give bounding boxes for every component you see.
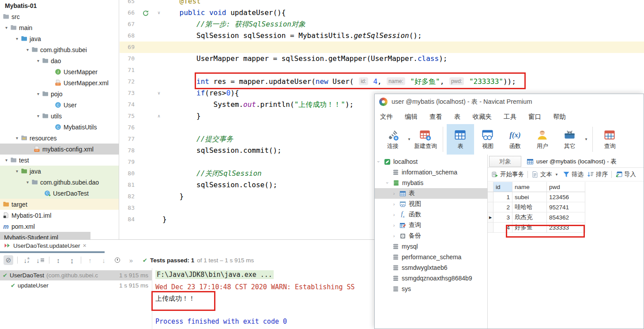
table-cell[interactable]: 哇哈哈 bbox=[512, 202, 547, 212]
project-tree-item[interactable]: ▾java bbox=[0, 33, 119, 44]
menu-item[interactable]: 工具 bbox=[504, 113, 523, 121]
project-tree-item[interactable]: ▾test bbox=[0, 155, 119, 166]
tab-user-table[interactable]: user @mybatis (localhost) - 表 bbox=[521, 155, 622, 167]
menu-item[interactable]: 收藏夹 bbox=[473, 113, 498, 121]
project-tree-item[interactable]: CUser bbox=[0, 99, 119, 110]
project-tree-item[interactable]: ▾com.github.subei.dao bbox=[0, 177, 119, 188]
sort-alphabetically-icon[interactable]: ↓az bbox=[22, 255, 31, 265]
table-row[interactable]: 1subei123456 bbox=[488, 192, 585, 202]
chevron-down-icon[interactable]: ▾ bbox=[3, 25, 10, 30]
test-tab-label[interactable]: UserDaoTest.updateUser bbox=[13, 242, 80, 249]
table-cell[interactable]: 123456 bbox=[547, 192, 585, 202]
column-header-pwd[interactable]: pwd bbox=[547, 182, 585, 192]
chevron-right-icon[interactable]: › bbox=[391, 191, 397, 196]
navicat-title-bar[interactable]: user @mybatis (localhost) - 表 - Navicat … bbox=[375, 94, 644, 110]
test-result-item[interactable]: ✔updateUser1 s 915 ms bbox=[0, 280, 152, 291]
menu-item[interactable]: 文件 bbox=[380, 113, 399, 121]
project-tree-item[interactable]: ▾pojo bbox=[0, 88, 119, 99]
chevron-down-icon[interactable]: ▾ bbox=[13, 169, 21, 174]
menu-item[interactable]: 查看 bbox=[429, 113, 448, 121]
project-tree-item[interactable]: target bbox=[0, 199, 119, 210]
toolbar-button-func[interactable]: f(x)函数 bbox=[501, 124, 529, 155]
project-tree-item[interactable]: Mybatis-01 bbox=[0, 0, 119, 11]
navicat-tree-item[interactable]: ›视图 bbox=[375, 199, 487, 209]
chevron-right-icon[interactable]: › bbox=[391, 201, 397, 207]
table-toolbar-import[interactable]: 导入 bbox=[615, 170, 636, 178]
project-tree-item[interactable]: src bbox=[0, 11, 119, 22]
chevron-down-icon[interactable]: ▾ bbox=[34, 113, 42, 118]
project-tree-item[interactable]: Mybatis-Student.iml bbox=[0, 232, 90, 239]
run-test-icon[interactable] bbox=[143, 10, 149, 18]
table-row[interactable]: ▶3欣杰克854362 bbox=[488, 212, 585, 223]
project-tree-item[interactable]: mpom.xml bbox=[0, 221, 119, 232]
navicat-tree-item[interactable]: ssmdwyglxtaeb6 bbox=[375, 262, 487, 273]
chevron-down-icon[interactable]: ▾ bbox=[13, 136, 21, 140]
navicat-tree-item[interactable]: ›mybatis bbox=[375, 178, 487, 188]
previous-failed-test-icon[interactable]: ↑ bbox=[85, 255, 95, 265]
toolbar-button-conn[interactable]: 连接 bbox=[379, 124, 407, 155]
project-tree-item[interactable]: IUserMapper bbox=[0, 66, 119, 77]
navicat-tree-item[interactable]: ›localhost bbox=[375, 156, 487, 167]
chevron-down-icon[interactable]: ▾ bbox=[24, 47, 31, 52]
toolbar-button-newq[interactable]: 新建查询 bbox=[412, 124, 439, 155]
hide-passed-icon[interactable]: ⊘ bbox=[4, 255, 13, 265]
table-cell[interactable]: 欣杰克 bbox=[512, 212, 547, 223]
table-toolbar-filter[interactable]: 筛选 bbox=[563, 170, 584, 178]
project-tree-item[interactable]: <>mybatis-config.xml bbox=[0, 144, 119, 155]
navicat-tree-item[interactable]: ›表 bbox=[375, 188, 487, 199]
chevron-down-icon[interactable]: ▾ bbox=[3, 158, 10, 163]
navicat-tree-item[interactable]: ›查询 bbox=[375, 220, 487, 231]
navicat-tree-item[interactable]: mysql bbox=[375, 241, 487, 252]
navicat-tree-item[interactable]: ›fx函数 bbox=[375, 209, 487, 220]
fold-marker-icon[interactable]: ∨ bbox=[158, 87, 160, 99]
project-tree-item[interactable]: ▾main bbox=[0, 22, 119, 33]
project-tree-item[interactable]: Mybatis-01.iml bbox=[0, 210, 119, 221]
chevron-right-icon[interactable]: › bbox=[391, 212, 397, 217]
table-cell[interactable]: 3 bbox=[493, 212, 512, 223]
chevron-down-icon[interactable]: › bbox=[376, 159, 381, 165]
chevron-right-icon[interactable]: › bbox=[391, 223, 397, 228]
navicat-tree-item[interactable]: sys bbox=[375, 284, 487, 294]
chevron-right-icon[interactable]: › bbox=[391, 233, 397, 238]
navicat-tree-item[interactable]: ssmgdqznoaxthsg8684b9 bbox=[375, 273, 487, 284]
tab-objects[interactable]: 对象 bbox=[489, 156, 521, 167]
collapse-all-icon[interactable]: ↨ bbox=[67, 255, 77, 265]
fold-marker-icon[interactable]: ∧ bbox=[158, 110, 160, 122]
chevron-down-icon[interactable]: › bbox=[385, 180, 390, 186]
toolbar-button-query[interactable]: 查询 bbox=[596, 124, 624, 155]
project-tree-item[interactable]: ▾utils bbox=[0, 110, 119, 121]
table-cell[interactable]: 854362 bbox=[547, 212, 585, 223]
project-tree-item[interactable]: ▾dao bbox=[0, 55, 119, 66]
table-cell[interactable]: 1 bbox=[493, 192, 512, 202]
sort-by-duration-icon[interactable]: ↓ bbox=[35, 255, 45, 265]
menu-item[interactable]: 帮助 bbox=[553, 113, 572, 121]
menu-item[interactable]: 窗口 bbox=[528, 113, 547, 121]
navicat-tree-item[interactable]: information_schema bbox=[375, 167, 487, 178]
navicat-tree-item[interactable]: ›备份 bbox=[375, 231, 487, 241]
project-tree-item[interactable]: CMybatisUtils bbox=[0, 121, 119, 132]
next-failed-test-icon[interactable]: ↓ bbox=[99, 255, 109, 265]
toolbar-button-other[interactable]: 其它 bbox=[556, 124, 584, 155]
fold-marker-icon[interactable]: ∨ bbox=[158, 7, 160, 19]
table-cell[interactable]: 2 bbox=[493, 202, 512, 212]
column-header-id[interactable]: id bbox=[493, 182, 512, 192]
menu-item[interactable]: 表 bbox=[454, 113, 467, 121]
table-cell[interactable]: 952741 bbox=[547, 202, 585, 212]
table-toolbar-sort[interactable]: 排序 bbox=[587, 170, 608, 178]
chevron-down-icon[interactable]: ▾ bbox=[34, 91, 42, 96]
table-row[interactable]: 2哇哈哈952741 bbox=[488, 202, 585, 212]
chevron-down-icon[interactable]: ▾ bbox=[34, 58, 42, 63]
column-header-name[interactable]: name bbox=[512, 182, 547, 192]
test-history-icon[interactable] bbox=[113, 255, 122, 265]
table-cell[interactable]: subei bbox=[512, 192, 547, 202]
table-toolbar-text[interactable]: 文本▼ bbox=[531, 170, 559, 178]
menu-item[interactable]: 编辑 bbox=[405, 113, 424, 121]
project-tree-item[interactable]: CUserDaoTest bbox=[0, 188, 119, 199]
project-tree-item[interactable]: ▾java bbox=[0, 166, 119, 177]
toolbar-button-view[interactable]: 视图 bbox=[474, 124, 501, 155]
more-actions-icon[interactable]: » bbox=[126, 255, 136, 265]
toolbar-button-tbl[interactable]: 表 bbox=[447, 124, 474, 155]
test-result-item[interactable]: ✔UserDaoTest(com.github.subei.c1 s 915 m… bbox=[0, 270, 152, 280]
chevron-down-icon[interactable]: ▾ bbox=[13, 36, 21, 41]
expand-all-icon[interactable]: ↕ bbox=[53, 255, 63, 265]
